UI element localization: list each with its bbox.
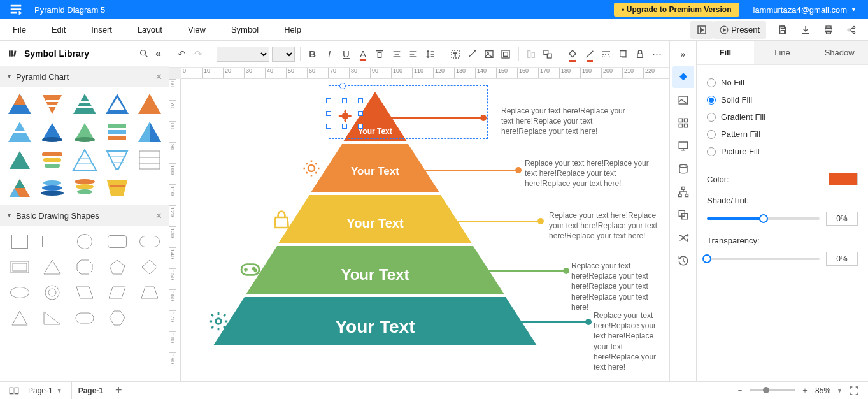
gear-icon[interactable] bbox=[208, 310, 229, 335]
save-button[interactable] bbox=[771, 21, 794, 39]
fit-screen-button[interactable] bbox=[849, 386, 859, 396]
shape-thumb[interactable] bbox=[70, 148, 99, 172]
rail-shuffle[interactable] bbox=[672, 227, 694, 249]
line-spacing-button[interactable] bbox=[423, 45, 438, 64]
rail-picture[interactable] bbox=[672, 89, 694, 111]
shape-thumb[interactable] bbox=[38, 148, 66, 172]
shape-thumb[interactable] bbox=[38, 92, 66, 116]
page-select[interactable]: Page-1▼ bbox=[28, 386, 62, 395]
pyramid-text-2[interactable]: Replace your text here!Replace your text… bbox=[525, 158, 662, 189]
tab-shadow[interactable]: Shadow bbox=[811, 41, 868, 64]
menu-file[interactable]: File bbox=[0, 25, 39, 34]
shape-thumb[interactable] bbox=[70, 120, 99, 144]
radio-gradient-fill[interactable]: Gradient Fill bbox=[707, 108, 858, 126]
shape-thumb[interactable] bbox=[135, 148, 164, 172]
shape-thumb[interactable] bbox=[135, 176, 164, 200]
text-box-button[interactable]: T bbox=[448, 45, 462, 64]
bold-button[interactable]: B bbox=[305, 45, 319, 64]
shape-thumb[interactable] bbox=[5, 307, 34, 329]
menu-help[interactable]: Help bbox=[271, 25, 314, 34]
shape-thumb[interactable] bbox=[103, 92, 131, 116]
tab-fill[interactable]: Fill bbox=[697, 41, 754, 64]
canvas-page[interactable]: Your Text Your Text Your Text Your Text … bbox=[181, 79, 669, 381]
collapse-right-button[interactable]: » bbox=[672, 43, 694, 65]
shape-thumb[interactable] bbox=[5, 231, 34, 252]
resize-handle[interactable] bbox=[326, 98, 331, 103]
radio-solid-fill[interactable]: Solid Fill bbox=[707, 91, 858, 108]
shape-thumb[interactable] bbox=[70, 307, 99, 329]
font-size-select[interactable] bbox=[272, 47, 294, 62]
menu-view[interactable]: View bbox=[175, 25, 218, 34]
rail-layers[interactable] bbox=[672, 204, 694, 226]
rail-history[interactable] bbox=[672, 250, 694, 272]
color-swatch[interactable] bbox=[829, 173, 858, 185]
shape-thumb[interactable] bbox=[70, 92, 99, 116]
menu-edit[interactable]: Edit bbox=[39, 25, 78, 34]
transparency-slider[interactable] bbox=[707, 258, 820, 260]
close-section-icon[interactable]: ✕ bbox=[155, 211, 162, 221]
lightbulb-icon[interactable] bbox=[302, 159, 321, 180]
shape-thumb[interactable] bbox=[38, 256, 66, 278]
bag-icon[interactable] bbox=[271, 210, 292, 233]
pyramid-text-5[interactable]: Replace your text here!Replace your text… bbox=[594, 310, 669, 372]
resize-handle[interactable] bbox=[326, 124, 331, 129]
shade-value[interactable]: 0% bbox=[826, 212, 858, 226]
rail-fill[interactable] bbox=[672, 66, 694, 88]
upgrade-button[interactable]: • Upgrade to Premium Version bbox=[614, 3, 739, 17]
resize-handle[interactable] bbox=[358, 98, 363, 103]
container-button[interactable] bbox=[499, 45, 513, 64]
resize-handle[interactable] bbox=[326, 111, 331, 116]
add-page-button[interactable]: + bbox=[110, 384, 127, 397]
shape-thumb[interactable] bbox=[103, 176, 131, 200]
shape-thumb[interactable] bbox=[103, 282, 131, 303]
shape-thumb[interactable] bbox=[5, 92, 34, 116]
shape-thumb[interactable] bbox=[38, 231, 66, 252]
lock-button[interactable] bbox=[633, 45, 647, 64]
radio-pattern-fill[interactable]: Pattern Fill bbox=[707, 126, 858, 143]
shape-thumb[interactable] bbox=[135, 92, 164, 116]
align-h-button[interactable] bbox=[406, 45, 420, 64]
resize-handle[interactable] bbox=[342, 98, 347, 103]
italic-button[interactable]: I bbox=[322, 45, 336, 64]
radio-picture-fill[interactable]: Picture Fill bbox=[707, 143, 858, 160]
shadow-button[interactable] bbox=[616, 45, 630, 64]
shade-slider[interactable] bbox=[707, 217, 820, 220]
transparency-value[interactable]: 0% bbox=[826, 252, 858, 266]
fill-color-button[interactable] bbox=[566, 45, 580, 64]
rail-present[interactable] bbox=[672, 135, 694, 157]
shape-thumb[interactable] bbox=[5, 282, 34, 303]
shape-thumb[interactable] bbox=[135, 282, 164, 303]
shape-thumb[interactable] bbox=[70, 231, 99, 252]
layers-button[interactable] bbox=[690, 21, 713, 39]
align-center-v-button[interactable] bbox=[390, 45, 404, 64]
align-objects-button[interactable] bbox=[523, 45, 537, 64]
zoom-out-button[interactable]: － bbox=[736, 385, 744, 396]
rail-tree[interactable] bbox=[672, 181, 694, 203]
zoom-in-button[interactable]: ＋ bbox=[801, 385, 809, 396]
rotate-handle[interactable] bbox=[339, 83, 346, 89]
gamepad-icon[interactable] bbox=[239, 261, 261, 281]
pyramid-text-4[interactable]: Replace your text here!Replace your text… bbox=[571, 261, 667, 312]
search-icon[interactable] bbox=[139, 48, 149, 59]
undo-button[interactable]: ↶ bbox=[174, 45, 189, 64]
download-button[interactable] bbox=[794, 21, 817, 39]
user-menu[interactable]: iammurtaza4@gmail.com ▼ bbox=[739, 5, 869, 15]
connector-button[interactable] bbox=[465, 45, 479, 64]
pyramid-label-3[interactable]: Your Text bbox=[318, 216, 432, 231]
line-color-button[interactable] bbox=[583, 45, 597, 64]
tab-line[interactable]: Line bbox=[754, 41, 811, 64]
shape-thumb[interactable] bbox=[103, 231, 131, 252]
shape-thumb[interactable] bbox=[103, 256, 131, 278]
line-style-button[interactable] bbox=[599, 45, 613, 64]
redo-button[interactable]: ↷ bbox=[191, 45, 205, 64]
shape-thumb[interactable] bbox=[70, 176, 99, 200]
close-section-icon[interactable]: ✕ bbox=[155, 72, 162, 82]
share-button[interactable] bbox=[840, 21, 863, 39]
rail-grid[interactable] bbox=[672, 112, 694, 134]
page-tab[interactable]: Page-1 bbox=[71, 382, 110, 400]
more-button[interactable]: ⋯ bbox=[650, 45, 664, 64]
underline-button[interactable]: U bbox=[339, 45, 353, 64]
app-logo[interactable] bbox=[0, 3, 32, 17]
pages-icon[interactable] bbox=[9, 386, 19, 395]
pyramid-label-4[interactable]: Your Text bbox=[318, 266, 432, 284]
